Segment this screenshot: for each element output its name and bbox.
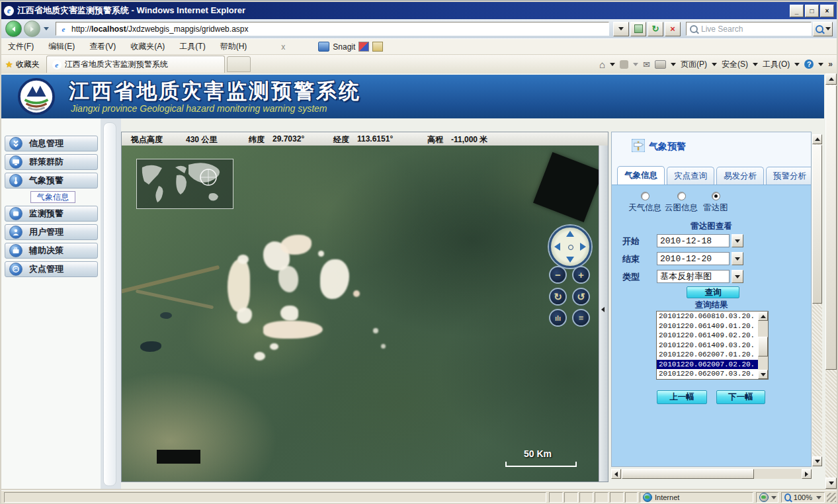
zoom-in-button[interactable]: + [572, 266, 590, 284]
menu-file[interactable]: 文件(F) [8, 41, 34, 52]
map-panel-splitter[interactable] [599, 146, 608, 482]
next-image-button[interactable]: 下一幅 [716, 390, 765, 404]
layers-button[interactable]: ≡ [572, 309, 590, 327]
tab-susceptibility-analysis[interactable]: 易发分析 [716, 167, 764, 185]
history-dropdown-icon[interactable] [44, 27, 49, 30]
security-menu[interactable]: 安全(S) [722, 59, 748, 70]
chevron-more-icon[interactable]: » [828, 60, 833, 69]
help-dropdown-icon[interactable] [818, 63, 823, 66]
pan-control[interactable] [549, 226, 591, 268]
title-bar[interactable]: e 江西省地质灾害监测预警系统 - Windows Internet Explo… [1, 2, 837, 19]
menu-help[interactable]: 帮助(H) [220, 41, 247, 52]
sidebar-item-hazard-mgmt[interactable]: 灾点管理 [5, 261, 98, 277]
menu-edit[interactable]: 编辑(E) [48, 41, 75, 52]
tab-weather-info[interactable]: 气象信息 [617, 166, 665, 185]
search-input[interactable]: Live Search [686, 22, 812, 36]
overview-map[interactable] [136, 159, 233, 209]
panel-vscrollbar[interactable] [812, 134, 822, 466]
mail-icon[interactable]: ✉ [643, 60, 650, 69]
pan-down-icon[interactable] [566, 257, 574, 263]
new-tab-stub[interactable] [227, 56, 251, 72]
snagit-toolbar[interactable]: Snagit [318, 42, 383, 52]
result-row[interactable]: 20101220.061409.01.20. [657, 321, 768, 331]
result-row[interactable]: 20101220.061409.02.20. [657, 331, 768, 341]
page-menu[interactable]: 页面(P) [681, 59, 707, 70]
page-dropdown-icon[interactable] [712, 63, 717, 66]
start-date-dropdown-icon[interactable] [732, 234, 743, 247]
maximize-button[interactable]: □ [805, 5, 819, 17]
sidebar-splitter[interactable] [101, 118, 121, 489]
menu-favorites[interactable]: 收藏夹(A) [130, 41, 165, 52]
forward-button[interactable] [24, 21, 40, 37]
sidebar-item-info-mgmt[interactable]: 信息管理 [5, 136, 98, 151]
toolbar-close-icon[interactable]: x [281, 42, 285, 52]
search-go-button[interactable] [813, 22, 833, 36]
list-scroll-thumb[interactable] [758, 337, 768, 357]
type-dropdown-icon[interactable] [732, 270, 743, 283]
sidebar-item-decision-support[interactable]: 辅助决策 [5, 243, 98, 259]
sidebar-subitem-weather-info[interactable]: 气象信息 [30, 191, 75, 203]
refresh-button[interactable]: ↻ [648, 22, 663, 36]
panel-scroll-thumb[interactable] [812, 145, 822, 304]
page-scroll-down-icon[interactable] [825, 478, 837, 489]
tools-dropdown-icon[interactable] [794, 63, 800, 66]
hscroll-left-icon[interactable] [611, 469, 621, 479]
result-row[interactable]: 20101220.061409.03.20. [657, 341, 768, 351]
sidebar-item-group-defense[interactable]: 群策群防 [5, 154, 98, 170]
security-dropdown-icon[interactable] [753, 63, 758, 66]
map-canvas[interactable]: − + ↻ ↺ ılı ≡ 50 Km [122, 146, 608, 482]
result-row[interactable]: 20101220.062007.01.20. [657, 350, 768, 360]
close-button[interactable]: × [820, 5, 834, 17]
tools-menu[interactable]: 工具(O) [763, 59, 790, 70]
rss-icon[interactable] [620, 60, 628, 69]
radio-cloud-image[interactable]: 云图信息 [663, 192, 699, 214]
page-scroll-thumb[interactable] [825, 85, 837, 370]
end-date-dropdown-icon[interactable] [732, 252, 743, 265]
menu-tools[interactable]: 工具(T) [179, 41, 205, 52]
menu-view[interactable]: 查看(V) [89, 41, 116, 52]
home-dropdown-icon[interactable] [610, 63, 615, 66]
help-icon[interactable]: ? [804, 60, 814, 69]
pan-center-icon[interactable] [568, 245, 573, 250]
print-icon[interactable] [655, 60, 666, 69]
collapse-panel-icon[interactable] [601, 307, 605, 312]
pan-right-icon[interactable] [580, 243, 586, 251]
pan-up-icon[interactable] [566, 231, 574, 237]
tilt-button[interactable]: ılı [549, 309, 567, 327]
radio-icon[interactable] [677, 192, 686, 200]
print-dropdown-icon[interactable] [671, 63, 676, 66]
zoom-cell[interactable]: 100% [781, 492, 825, 503]
zoom-out-button[interactable]: − [549, 266, 567, 284]
type-select[interactable]: 基本反射率图 [657, 270, 730, 283]
rotate-cw-button[interactable]: ↻ [549, 288, 567, 306]
page-vscrollbar[interactable] [825, 73, 837, 489]
page-scroll-up-icon[interactable] [825, 73, 837, 85]
panel-hscrollbar[interactable] [611, 469, 812, 479]
hscroll-thumb[interactable] [622, 469, 754, 479]
rotate-ccw-button[interactable]: ↺ [572, 288, 590, 306]
results-listbox[interactable]: 20101220.060810.03.20. 20101220.061409.0… [656, 311, 769, 380]
radio-icon[interactable] [712, 192, 720, 200]
radio-weather-info[interactable]: 天气信息 [627, 192, 663, 214]
tab-hazard-query[interactable]: 灾点查询 [667, 167, 714, 185]
pan-left-icon[interactable] [554, 243, 560, 251]
result-row[interactable]: 20101220.060810.03.20. [657, 312, 768, 321]
stop-button[interactable]: × [665, 22, 681, 36]
sidebar-item-user-mgmt[interactable]: 用户管理 [5, 224, 98, 240]
favorites-button[interactable]: ★ 收藏夹 [5, 59, 40, 70]
rss-dropdown-icon[interactable] [633, 63, 638, 66]
compatibility-button[interactable] [630, 22, 646, 36]
result-row-selected[interactable]: 20101220.062007.02.20. [657, 360, 768, 370]
radio-radar-image[interactable]: 雷达图 [698, 192, 733, 214]
minimize-button[interactable]: _ [790, 5, 804, 17]
protected-mode-cell[interactable] [756, 492, 778, 503]
query-button[interactable]: 查询 [687, 286, 739, 298]
url-field[interactable]: e http://localhost/Jxdzwebgis_mapgis/gri… [56, 22, 609, 36]
snagit-capture-icon[interactable] [358, 42, 369, 52]
snagit-edit-icon[interactable] [372, 42, 383, 52]
hscroll-right-icon[interactable] [802, 469, 812, 479]
sidebar-item-weather-warning[interactable]: 气象预警 [5, 173, 98, 189]
resize-grip[interactable] [827, 493, 836, 502]
panel-scroll-up-icon[interactable] [812, 134, 822, 144]
tab-warning-analysis[interactable]: 预警分析 [766, 167, 811, 185]
